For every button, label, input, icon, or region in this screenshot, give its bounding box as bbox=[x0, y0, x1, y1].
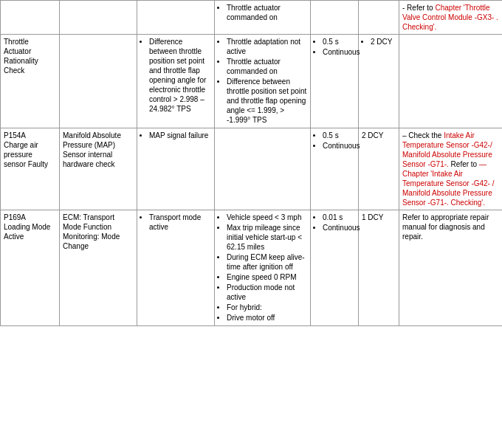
cell-dcy: 2 DCY bbox=[359, 128, 399, 210]
cell-duration: 0.5 s Continuous bbox=[311, 35, 359, 128]
cell-conditions bbox=[215, 128, 311, 210]
cell-malfunction: Difference between throttle position set… bbox=[137, 35, 215, 128]
malfunction-item: Transport mode active bbox=[149, 213, 211, 232]
cell-malfunction: Transport mode active bbox=[137, 210, 215, 326]
cell-action bbox=[399, 35, 503, 128]
cell-duration bbox=[311, 1, 359, 35]
condition-item: Throttle actuator commanded on bbox=[227, 57, 307, 76]
condition-item: Production mode not active bbox=[227, 283, 307, 302]
condition-item: Vehicle speed < 3 mph bbox=[227, 213, 307, 222]
dtc-code: P154A bbox=[4, 131, 26, 139]
cell-action: – Check the Intake Air Temperature Senso… bbox=[399, 128, 503, 210]
condition-item: Engine speed 0 RPM bbox=[227, 272, 307, 282]
duration-item: Continuous bbox=[323, 141, 355, 151]
table-row: P154A Charge air pressure sensor Faulty … bbox=[1, 128, 503, 210]
cell-dtc bbox=[1, 1, 60, 35]
malfunction-item: Difference between throttle position set… bbox=[149, 37, 211, 114]
cell-monitor: ECM: Transport Mode Function Monitoring:… bbox=[60, 210, 137, 326]
condition-item: For hybrid: bbox=[227, 303, 307, 312]
dtc-desc: Loading Mode Active bbox=[4, 223, 50, 241]
cell-dtc: P169A Loading Mode Active bbox=[1, 210, 60, 326]
monitor-text: ECM: Transport Mode Function Monitoring:… bbox=[63, 213, 120, 250]
dtc-desc: Charge air pressure sensor Faulty bbox=[4, 141, 48, 168]
cell-conditions: Vehicle speed < 3 mph Max trip mileage s… bbox=[215, 210, 311, 326]
condition-item: Throttle adaptation not active bbox=[227, 37, 307, 56]
diagnostic-table: Throttle actuator commanded on - Refer t… bbox=[0, 0, 502, 326]
dtc-code: P169A bbox=[4, 213, 26, 221]
duration-item: 0.01 s bbox=[323, 213, 355, 222]
condition-item: Throttle actuator commanded on bbox=[227, 3, 307, 22]
duration-item: 0.5 s bbox=[323, 37, 355, 46]
cell-monitor: Manifold Absolute Pressure (MAP) Sensor … bbox=[60, 128, 137, 210]
dcy-item: 2 DCY bbox=[371, 37, 396, 46]
cell-duration: 0.5 s Continuous bbox=[311, 128, 359, 210]
duration-item: Continuous bbox=[323, 223, 355, 232]
cell-action: Refer to appropriate repair manual for d… bbox=[399, 210, 503, 326]
cell-dcy: 2 DCY bbox=[359, 35, 399, 128]
cell-malfunction: MAP signal failure bbox=[137, 128, 215, 210]
condition-item: Max trip mileage since initial vehicle s… bbox=[227, 223, 307, 252]
cell-conditions: Throttle adaptation not active Throttle … bbox=[215, 35, 311, 128]
dcy-value: 2 DCY bbox=[362, 131, 383, 139]
table-row: Throttle Actuator Rationality Check Diff… bbox=[1, 35, 503, 128]
duration-item: 0.5 s bbox=[323, 131, 355, 140]
dcy-value: 1 DCY bbox=[362, 213, 383, 221]
cell-malfunction bbox=[137, 1, 215, 35]
cell-conditions: Throttle actuator commanded on bbox=[215, 1, 311, 35]
action-refer: Refer to bbox=[451, 160, 479, 168]
cell-dcy: 1 DCY bbox=[359, 210, 399, 326]
malfunction-item: MAP signal failure bbox=[149, 131, 211, 140]
action-text: - Refer to bbox=[402, 4, 435, 12]
table-row: Throttle actuator commanded on - Refer t… bbox=[1, 1, 503, 35]
cell-action: - Refer to Chapter 'Throttle Valve Contr… bbox=[399, 1, 503, 35]
action-text: Refer to appropriate repair manual for d… bbox=[402, 213, 489, 241]
dtc-label: Throttle Actuator Rationality Check bbox=[4, 38, 38, 75]
condition-item: Drive motor off bbox=[227, 313, 307, 323]
cell-monitor bbox=[60, 35, 137, 128]
cell-duration: 0.01 s Continuous bbox=[311, 210, 359, 326]
cell-dcy bbox=[359, 1, 399, 35]
duration-item: Continuous bbox=[323, 47, 355, 57]
condition-item: Difference between throttle position set… bbox=[227, 77, 307, 125]
action-dash: – Check the bbox=[402, 131, 441, 139]
monitor-text: Manifold Absolute Pressure (MAP) Sensor … bbox=[63, 131, 121, 168]
table-row: P169A Loading Mode Active ECM: Transport… bbox=[1, 210, 503, 326]
condition-item: During ECM keep alive-time after ignitio… bbox=[227, 252, 307, 272]
main-table-container: Throttle actuator commanded on - Refer t… bbox=[0, 0, 502, 326]
cell-monitor bbox=[60, 1, 137, 35]
cell-dtc: P154A Charge air pressure sensor Faulty bbox=[1, 128, 60, 210]
cell-dtc: Throttle Actuator Rationality Check bbox=[1, 35, 60, 128]
